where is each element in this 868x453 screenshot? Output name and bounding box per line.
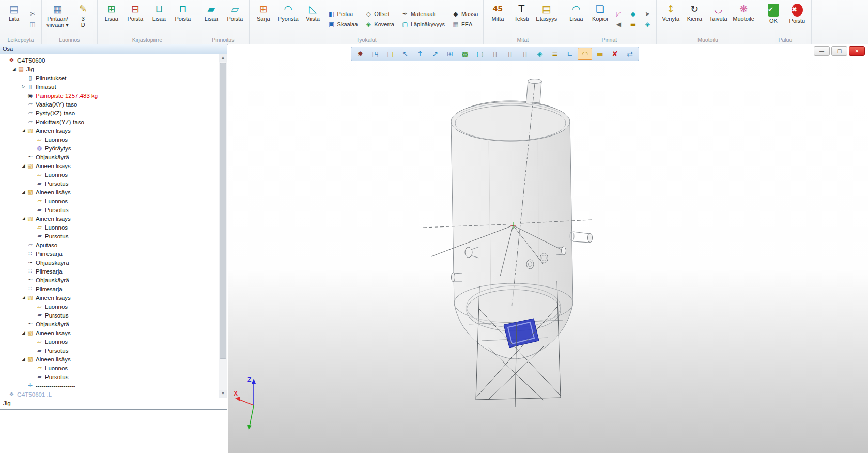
tree-item-sketch[interactable]: ▱Luonnos bbox=[0, 197, 219, 205]
tree-item-extrude[interactable]: ▰Pursotus bbox=[0, 232, 219, 240]
tree-item-views[interactable]: ▷▯Ilmiasut bbox=[0, 82, 219, 91]
mass-button[interactable]: ◆Massa bbox=[451, 9, 479, 19]
bend-button[interactable]: ◡Taivuta bbox=[707, 1, 730, 22]
deform-button[interactable]: ❋Muotoile bbox=[731, 1, 756, 22]
pick-frame-button[interactable]: ◳ bbox=[368, 48, 382, 60]
surface-copy-button[interactable]: ❏Kopioi bbox=[588, 1, 611, 22]
rotate-button[interactable]: ↻Kierrä bbox=[683, 1, 706, 22]
clamp-remove-button[interactable]: ⊓Poista bbox=[172, 1, 194, 22]
tree-item-feature-series[interactable]: ∷Piirresarja bbox=[0, 249, 219, 258]
stretch-button[interactable]: ↕Venytä bbox=[659, 1, 682, 22]
face-select-button[interactable]: ▩ bbox=[458, 48, 472, 60]
tree-item-plane-yz[interactable]: ▱Poikittais(YZ)-taso bbox=[0, 117, 219, 126]
tree-item-guide-curve[interactable]: ~Ohjauskäyrä bbox=[0, 276, 219, 284]
tree-item-plane-xz[interactable]: ▱Pysty(XZ)-taso bbox=[0, 109, 219, 117]
material-button[interactable]: ✒Materiaali bbox=[400, 9, 446, 19]
sheet-back-button[interactable]: ▯ bbox=[518, 48, 532, 60]
tree-scrollbar[interactable]: ▲ ▼ bbox=[219, 54, 227, 398]
surface-add-button[interactable]: ◠Lisää bbox=[565, 1, 587, 22]
sheet-mid-button[interactable]: ▯ bbox=[503, 48, 517, 60]
expanded-arrow-icon[interactable]: ◢ bbox=[11, 67, 17, 71]
tree-item-jig[interactable]: ◢▤Jig bbox=[0, 65, 219, 73]
expanded-arrow-icon[interactable]: ◢ bbox=[21, 163, 26, 168]
scale-button[interactable]: ▣Skaalaa bbox=[327, 20, 360, 29]
paste-button[interactable]: ▤Liitä bbox=[3, 1, 25, 22]
scrollbar-thumb[interactable] bbox=[220, 63, 226, 359]
dimension-button[interactable]: 45Mitta bbox=[486, 1, 509, 22]
tree-item-material-add[interactable]: ◢▧Aineen lisäys bbox=[0, 355, 219, 364]
expanded-arrow-icon[interactable]: ◢ bbox=[21, 357, 26, 361]
chamfer-button[interactable]: ◺Viistä bbox=[302, 1, 324, 22]
surface-flip-button[interactable]: ➤ bbox=[642, 9, 653, 19]
series-button[interactable]: ⊞Sarja bbox=[252, 1, 275, 22]
tree-item-extrude[interactable]: ▰Pursotus bbox=[0, 205, 219, 214]
tree-item-sketch[interactable]: ▱Luonnos bbox=[0, 135, 219, 144]
stack-button[interactable]: ≡ bbox=[548, 48, 562, 60]
tree-item-sketch[interactable]: ▱Luonnos bbox=[0, 364, 219, 372]
cut-button[interactable]: ✂ bbox=[27, 9, 38, 19]
scroll-up-icon[interactable]: ▲ bbox=[219, 54, 227, 62]
tree-item-sketch[interactable]: ▱Luonnos bbox=[0, 302, 219, 311]
tree-item-extrude[interactable]: ▰Pursotus bbox=[0, 346, 219, 355]
library-remove-button[interactable]: ⊟Poista bbox=[124, 1, 147, 22]
tree-item-extrude[interactable]: ▰Pursotus bbox=[0, 311, 219, 320]
solid-select-button[interactable]: ◈ bbox=[533, 48, 547, 60]
expanded-arrow-icon[interactable]: ◢ bbox=[21, 295, 26, 300]
tree-item-sketch[interactable]: ▱Luonnos bbox=[0, 223, 219, 232]
sketch-on-face-button[interactable]: ▦Pintaan/ viivaan ▾ bbox=[44, 1, 71, 28]
surface-extend-button[interactable]: ◀ bbox=[613, 20, 624, 29]
mirror-button[interactable]: ◧Peilaa bbox=[327, 9, 360, 19]
tree-item-center-of-mass[interactable]: ◉Painopiste 1257.483 kg bbox=[0, 91, 219, 100]
tree-item-material-add[interactable]: ◢▧Aineen lisäys bbox=[0, 126, 219, 135]
surface-divide-button[interactable]: ◈ bbox=[642, 20, 653, 29]
library-add-button[interactable]: ⊞Lisää bbox=[100, 1, 123, 22]
tree-item-material-add[interactable]: ◢▧Aineen lisäys bbox=[0, 188, 219, 197]
surface-select-button[interactable]: ▢ bbox=[473, 48, 487, 60]
swap-button[interactable]: ⇄ bbox=[623, 48, 637, 60]
expanded-arrow-icon[interactable]: ◢ bbox=[21, 216, 26, 221]
surface-pick-button[interactable]: ◸ bbox=[613, 9, 624, 19]
snap-intersection-button[interactable]: ↗ bbox=[428, 48, 442, 60]
snap-point-button[interactable]: ↖ bbox=[398, 48, 412, 60]
bracket-button[interactable]: ∟ bbox=[563, 48, 577, 60]
surface-stitch-button[interactable]: ▬ bbox=[628, 20, 638, 29]
arc-tool-button[interactable]: ◠ bbox=[578, 48, 592, 60]
coating-remove-button[interactable]: ▱Poista bbox=[224, 1, 246, 22]
viewport[interactable]: ✸◳▤↖↑↗⊞▩▢▯▯▯◈≡∟◠▬✘⇄ — □ ✕ Z X bbox=[228, 44, 868, 453]
offset-button[interactable]: ◇Offset bbox=[363, 9, 396, 19]
tree-item-sketch[interactable]: ▱Luonnos bbox=[0, 337, 219, 346]
measure-button[interactable]: ▤ bbox=[383, 48, 397, 60]
tree-item-extrude[interactable]: ▰Pursotus bbox=[0, 179, 219, 188]
surface-offset-button[interactable]: ◆ bbox=[628, 9, 638, 19]
ok-button[interactable]: ✔OK bbox=[762, 1, 785, 24]
tree-item-material-add[interactable]: ◢▧Aineen lisäys bbox=[0, 328, 219, 337]
delete-button[interactable]: ✘ bbox=[608, 48, 622, 60]
tree-item-part-root[interactable]: ❖G4T50600 bbox=[0, 56, 219, 65]
maximize-button[interactable]: □ bbox=[831, 46, 847, 56]
tree-item-drawings[interactable]: ▯Piirustukset bbox=[0, 73, 219, 82]
tree-item-extrude[interactable]: ▰Pursotus bbox=[0, 372, 219, 381]
clamp-add-button[interactable]: ⊔Lisää bbox=[148, 1, 171, 22]
sheet-front-button[interactable]: ▯ bbox=[488, 48, 502, 60]
tree-item-material-add[interactable]: ◢▧Aineen lisäys bbox=[0, 161, 219, 170]
expanded-arrow-icon[interactable]: ◢ bbox=[21, 190, 26, 194]
close-button[interactable]: ✕ bbox=[849, 46, 865, 56]
transparency-button[interactable]: ▢Läpinäkyvyys bbox=[400, 20, 446, 29]
distance-button[interactable]: ▤Etäisyys bbox=[534, 1, 559, 22]
fillet-button[interactable]: ◠Pyöristä bbox=[276, 1, 301, 22]
text-button[interactable]: TTeksti bbox=[510, 1, 533, 22]
coating-add-button[interactable]: ▰Lisää bbox=[200, 1, 223, 22]
tree-item-material-add[interactable]: ◢▧Aineen lisäys bbox=[0, 214, 219, 223]
copy-button[interactable]: ◫ bbox=[27, 20, 38, 29]
expanded-arrow-icon[interactable]: ◢ bbox=[21, 330, 26, 335]
collapsed-arrow-icon[interactable]: ▷ bbox=[21, 84, 26, 89]
tree-item-plane-xy[interactable]: ▱Vaaka(XY)-taso bbox=[0, 100, 219, 109]
tree-item-part-ref[interactable]: ❖G4T50601 .L bbox=[0, 390, 219, 398]
exit-button[interactable]: ✖Poistu bbox=[786, 1, 809, 24]
minimize-button[interactable]: — bbox=[814, 46, 830, 56]
tree-item-feature-series[interactable]: ∷Piirresarja bbox=[0, 284, 219, 293]
tree-item-end-marker[interactable]: ✛-------------------- bbox=[0, 381, 219, 390]
hollow-button[interactable]: ◈Koverra bbox=[363, 20, 396, 29]
tree-item-revolve[interactable]: ◍Pyöräytys bbox=[0, 144, 219, 153]
sketch-3d-button[interactable]: ✎3 D bbox=[72, 1, 95, 28]
